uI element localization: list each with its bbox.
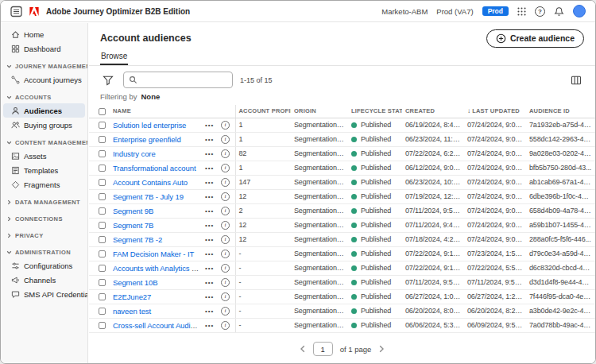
more-actions-icon[interactable]: ••• (205, 322, 214, 329)
sidebar-item-home[interactable]: Home (1, 27, 87, 41)
next-page-button[interactable] (378, 345, 385, 353)
sidebar-item-sms-api-credentials[interactable]: SMS API Credentials (1, 287, 87, 301)
audience-name-link[interactable]: FAM Decision Maker - IT (113, 250, 194, 258)
tab-browse[interactable]: Browse (100, 48, 128, 65)
info-icon[interactable]: i (221, 192, 230, 201)
info-icon[interactable]: i (221, 264, 230, 273)
audience-name-link[interactable]: Transformational account (113, 164, 195, 172)
info-icon[interactable]: i (221, 307, 230, 316)
sidebar-item-dashboard[interactable]: Dashboard (1, 41, 87, 56)
sidebar-item-fragments[interactable]: Fragments (1, 177, 87, 192)
notifications-bell-icon[interactable] (554, 6, 564, 17)
row-checkbox[interactable] (99, 207, 106, 215)
more-actions-icon[interactable]: ••• (205, 136, 214, 143)
audience-name-link[interactable]: naveen test (113, 307, 151, 316)
sidebar-item-audiences[interactable]: Audiences (3, 103, 85, 118)
audience-name-link[interactable]: Industry core (113, 149, 156, 158)
row-checkbox[interactable] (99, 222, 106, 229)
sidebar-item-channels[interactable]: Channels (1, 273, 87, 287)
row-checkbox[interactable] (99, 193, 106, 200)
column-header-audience-id[interactable]: AUDIENCE ID (526, 105, 595, 118)
audience-name-link[interactable]: Account Contains Auto (113, 178, 188, 187)
table-row[interactable]: Segment 7B - July 19 ••• i 12 Segmentati… (89, 189, 595, 203)
info-icon[interactable]: i (221, 235, 230, 244)
environment-name[interactable]: Prod (VA7) (436, 7, 473, 16)
row-checkbox[interactable] (99, 122, 106, 129)
column-header-account-profiles[interactable]: ACCOUNT PROFILES (235, 105, 291, 118)
info-icon[interactable]: i (221, 207, 230, 215)
info-icon[interactable]: i (221, 292, 230, 301)
user-avatar[interactable] (573, 5, 586, 17)
row-checkbox[interactable] (99, 279, 106, 286)
more-actions-icon[interactable]: ••• (205, 207, 214, 215)
audience-name-link[interactable]: Segment 10B (113, 278, 157, 287)
row-checkbox[interactable] (99, 322, 106, 329)
more-actions-icon[interactable]: ••• (205, 279, 214, 286)
table-row[interactable]: Segment 7B ••• i 12 Segmentation Serv...… (89, 218, 595, 232)
table-row[interactable]: Cross-sell Account Audience ••• i - Segm… (89, 318, 595, 332)
audience-name-link[interactable]: Segment 7B - July 19 (113, 192, 184, 201)
sidebar-item-account-journeys[interactable]: Account journeys (1, 72, 87, 87)
column-header-origin[interactable]: ORIGIN (291, 105, 348, 118)
info-icon[interactable]: i (221, 278, 230, 287)
row-checkbox[interactable] (99, 150, 106, 157)
table-row[interactable]: Account Contains Auto ••• i 147 Segmenta… (89, 175, 595, 189)
row-checkbox[interactable] (99, 265, 106, 272)
audience-name-link[interactable]: E2EJune27 (113, 292, 151, 301)
org-name[interactable]: Marketo-ABM (381, 7, 428, 16)
info-icon[interactable]: i (221, 121, 230, 130)
app-switcher-grid-icon[interactable] (517, 7, 526, 16)
sidebar-section-administration[interactable]: ADMINISTRATION (1, 246, 87, 258)
page-number-input[interactable]: 1 (313, 342, 333, 356)
sidebar-item-templates[interactable]: Templates (1, 163, 87, 177)
row-checkbox[interactable] (99, 293, 106, 300)
hamburger-menu-icon[interactable] (10, 6, 22, 17)
previous-page-button[interactable] (300, 345, 306, 353)
search-input[interactable] (141, 75, 227, 85)
sidebar-section-connections[interactable]: CONNECTIONS (1, 212, 87, 225)
table-row[interactable]: Transformational account ••• i 1 Segment… (89, 161, 595, 175)
audience-name-link[interactable]: Solution led enterprise (113, 121, 186, 130)
table-row[interactable]: E2EJune27 ••• i - Segmentation Serv... P… (89, 289, 595, 304)
table-row[interactable]: Segment 9B ••• i 2 Segmentation Serv... … (89, 203, 595, 218)
row-checkbox[interactable] (99, 179, 106, 186)
sidebar-section-accounts[interactable]: ACCOUNTS (1, 91, 87, 103)
filter-icon[interactable] (100, 72, 116, 88)
more-actions-icon[interactable]: ••• (205, 122, 214, 129)
column-settings-icon[interactable] (568, 72, 584, 88)
help-icon[interactable]: ? (535, 6, 545, 17)
more-actions-icon[interactable]: ••• (205, 179, 214, 186)
more-actions-icon[interactable]: ••• (205, 250, 214, 258)
more-actions-icon[interactable]: ••• (205, 222, 214, 229)
table-row[interactable]: Enterprise greenfield ••• i 1 Segmentati… (89, 132, 595, 146)
row-checkbox[interactable] (99, 165, 106, 172)
row-checkbox[interactable] (99, 250, 106, 258)
more-actions-icon[interactable]: ••• (205, 150, 214, 157)
table-row[interactable]: FAM Decision Maker - IT ••• i - Segmenta… (89, 246, 595, 261)
row-checkbox[interactable] (99, 136, 106, 143)
info-icon[interactable]: i (221, 221, 230, 230)
more-actions-icon[interactable]: ••• (205, 193, 214, 200)
audience-name-link[interactable]: Segment 7B (113, 221, 153, 230)
sidebar-section-privacy[interactable]: PRIVACY (1, 229, 87, 242)
audience-name-link[interactable]: Segment 7B -2 (113, 235, 162, 244)
table-row[interactable]: Segment 10B ••• i - Segmentation Serv...… (89, 275, 595, 289)
table-row[interactable]: Industry core ••• i 82 Segmentation Serv… (89, 146, 595, 161)
audience-name-link[interactable]: Enterprise greenfield (113, 135, 181, 144)
info-icon[interactable]: i (221, 178, 230, 187)
column-header-lifecycle-status[interactable]: LIFECYCLE STATUS (348, 105, 402, 118)
column-header-name[interactable]: NAME (110, 105, 202, 118)
sidebar-item-configurations[interactable]: Configurations (1, 258, 87, 273)
info-icon[interactable]: i (221, 149, 230, 158)
sidebar-item-assets[interactable]: Assets (1, 149, 87, 163)
row-checkbox[interactable] (99, 308, 106, 315)
sidebar-item-buying-groups[interactable]: Buying groups (1, 118, 87, 132)
more-actions-icon[interactable]: ••• (205, 265, 214, 272)
more-actions-icon[interactable]: ••• (205, 236, 214, 243)
more-actions-icon[interactable]: ••• (205, 165, 214, 172)
info-icon[interactable]: i (221, 135, 230, 144)
info-icon[interactable]: i (221, 164, 230, 172)
more-actions-icon[interactable]: ••• (205, 308, 214, 315)
sidebar-section-data-management[interactable]: DATA MANAGEMENT (1, 196, 87, 208)
more-actions-icon[interactable]: ••• (205, 293, 214, 300)
